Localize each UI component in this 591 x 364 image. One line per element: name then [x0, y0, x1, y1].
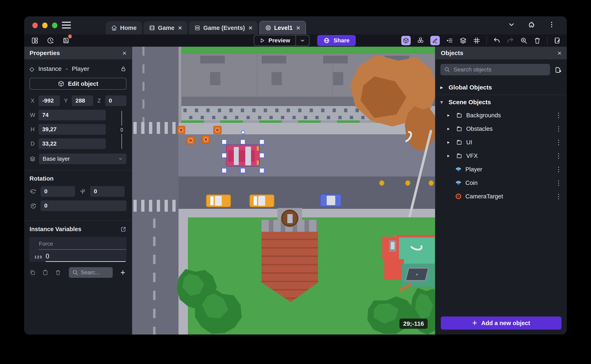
redo-icon[interactable]: [507, 37, 514, 44]
edit-mode-toggle[interactable]: [430, 36, 440, 45]
selection-handle[interactable]: [240, 168, 246, 173]
edit-object-button[interactable]: Edit object: [29, 78, 126, 90]
selection-handle[interactable]: [221, 153, 227, 158]
traffic-lights: [32, 23, 57, 28]
close-icon[interactable]: ×: [122, 49, 126, 57]
kebab-menu-icon[interactable]: [548, 21, 555, 28]
trash-icon[interactable]: [55, 269, 61, 276]
minimize-window-button[interactable]: [42, 23, 47, 28]
tab-game[interactable]: Game ×: [144, 21, 187, 34]
paste-icon[interactable]: [42, 269, 48, 276]
caret-right-icon: ▸: [447, 113, 452, 118]
kebab-menu-icon[interactable]: ⋮: [555, 179, 562, 187]
lock-open-icon[interactable]: [120, 66, 126, 72]
layout-panels-icon[interactable]: [31, 37, 39, 44]
selection-handle[interactable]: [240, 139, 246, 144]
kebab-menu-icon[interactable]: ⋮: [555, 138, 562, 146]
x-label: X: [29, 98, 36, 104]
objects-search[interactable]: [440, 64, 550, 75]
chevron-down-icon[interactable]: [508, 21, 515, 28]
object-row-player[interactable]: Player ⋮: [435, 162, 567, 176]
kebab-menu-icon[interactable]: ⋮: [555, 152, 562, 160]
trash-icon[interactable]: [534, 37, 541, 44]
object-row-coin[interactable]: Coin ⋮: [435, 176, 567, 189]
depth-input[interactable]: [39, 138, 106, 149]
history-icon[interactable]: [47, 37, 54, 44]
folder-row-backgrounds[interactable]: ▸ Backgrounds ⋮: [435, 109, 567, 122]
crosswalk: [133, 200, 177, 212]
tab-label: Game: [158, 25, 175, 31]
object-row-cameratarget[interactable]: CameraTarget ⋮: [435, 189, 567, 203]
close-window-button[interactable]: [32, 23, 38, 28]
share-button[interactable]: Share: [317, 35, 356, 46]
z-input[interactable]: [105, 95, 126, 106]
variables-search[interactable]: [69, 267, 113, 278]
objects-search-input[interactable]: [453, 66, 546, 73]
y-input[interactable]: [72, 95, 93, 106]
variable-row[interactable]: Force 123 0: [29, 237, 126, 262]
object-label: Player: [465, 166, 482, 173]
blue-car: [320, 194, 342, 207]
rotation-z-input[interactable]: [40, 201, 126, 211]
maximize-window-button[interactable]: [52, 23, 57, 28]
tab-level1[interactable]: Level1 ×: [259, 21, 306, 34]
close-icon[interactable]: ×: [178, 25, 182, 31]
selection-handle[interactable]: [259, 139, 265, 144]
rotation-handle[interactable]: [241, 130, 245, 134]
coin: [405, 180, 411, 186]
height-input[interactable]: [39, 124, 106, 135]
preview-options-button[interactable]: [296, 35, 309, 46]
add-folder-button[interactable]: [554, 66, 562, 73]
folder-row-vfx[interactable]: ▸ VFX ⋮: [435, 149, 567, 162]
kebab-menu-icon[interactable]: ⋮: [555, 111, 562, 119]
scene-canvas[interactable]: 29;-116: [132, 47, 435, 335]
layers-icon: [29, 156, 36, 162]
variables-search-input[interactable]: [81, 269, 105, 276]
variable-value[interactable]: 0: [46, 253, 126, 262]
selection-handle[interactable]: [259, 168, 265, 173]
grid-icon[interactable]: [473, 37, 480, 44]
notebook-edit-icon[interactable]: [554, 37, 561, 44]
object-label: CameraTarget: [465, 193, 503, 200]
kebab-menu-icon[interactable]: ⋮: [555, 192, 562, 200]
rotation-x-input[interactable]: [40, 186, 75, 197]
folder-row-obstacles[interactable]: ▸ Obstacles ⋮: [435, 122, 567, 136]
hamburger-menu-icon[interactable]: [62, 22, 71, 28]
width-input[interactable]: [39, 110, 106, 120]
toolbar: Preview Share: [24, 34, 567, 47]
close-icon[interactable]: ×: [296, 25, 300, 31]
close-icon[interactable]: ×: [249, 25, 252, 31]
preview-button[interactable]: Preview: [254, 35, 309, 46]
objects-cubes-icon[interactable]: [417, 37, 424, 44]
selection-handle[interactable]: [259, 153, 265, 158]
selected-player-instance[interactable]: [226, 144, 260, 167]
rotation-y-input[interactable]: [90, 186, 125, 197]
selection-handle[interactable]: [221, 139, 227, 144]
window-controls: [508, 21, 555, 28]
tab-home[interactable]: Home: [106, 21, 142, 34]
save-button[interactable]: [62, 37, 70, 44]
add-new-object-button[interactable]: + Add a new object: [441, 317, 562, 330]
layers-icon[interactable]: [459, 37, 467, 44]
kebab-menu-icon[interactable]: ⋮: [555, 125, 562, 133]
zoom-in-icon[interactable]: [520, 37, 527, 44]
layer-select[interactable]: Base layer: [39, 154, 126, 164]
global-objects-group[interactable]: ▸ Global Objects: [435, 81, 567, 94]
view-3d-toggle[interactable]: [401, 36, 411, 45]
scene-objects-group[interactable]: ▾ Scene Objects: [435, 96, 567, 109]
undo-icon[interactable]: [493, 37, 500, 44]
tab-label: Level1: [274, 25, 293, 31]
folder-row-ui[interactable]: ▸ UI ⋮: [435, 136, 567, 149]
x-input[interactable]: [39, 95, 60, 106]
selection-handle[interactable]: [221, 168, 227, 173]
instance-list-icon[interactable]: [446, 37, 453, 44]
close-icon[interactable]: ×: [558, 49, 562, 57]
add-variable-button[interactable]: +: [120, 268, 125, 277]
kebab-menu-icon[interactable]: ⋮: [555, 165, 562, 173]
copy-icon[interactable]: [29, 269, 36, 276]
extensions-puzzle-icon[interactable]: [528, 21, 535, 28]
folder-label: VFX: [466, 153, 478, 159]
tab-game-events[interactable]: Game (Events) ×: [189, 21, 258, 34]
lock-ratio-toggle[interactable]: [117, 110, 126, 153]
external-link-icon[interactable]: [120, 226, 126, 232]
